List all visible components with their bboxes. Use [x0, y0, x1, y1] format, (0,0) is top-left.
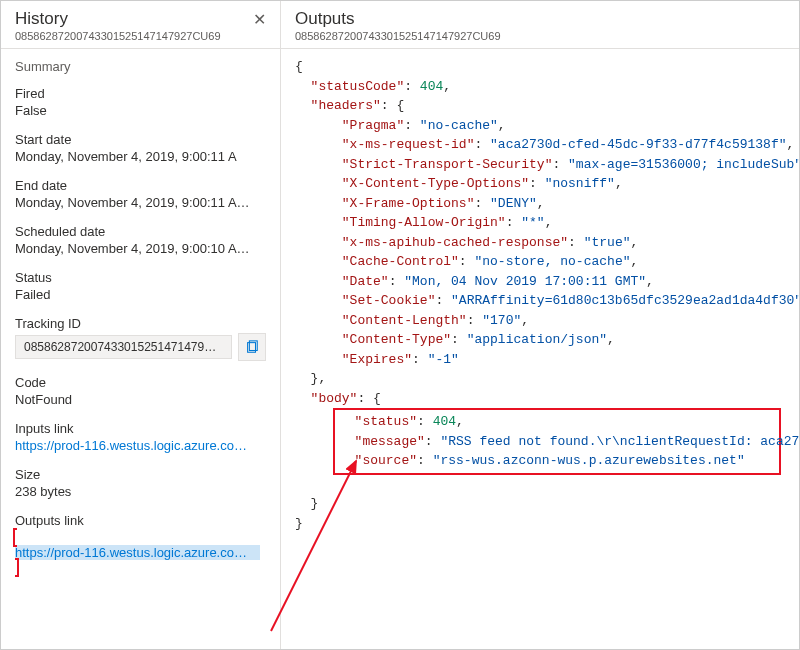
outputs-header: Outputs 08586287200743301525147147927CU6… [281, 1, 799, 49]
size-value: 238 bytes [15, 484, 266, 499]
outputs-link-highlight: https://prod-116.westus.logic.azure.co… [13, 528, 266, 577]
history-run-id: 08586287200743301525147147927CU69 [15, 30, 266, 42]
status-label: Status [15, 270, 266, 285]
status-value: Failed [15, 287, 266, 302]
summary-heading: Summary [15, 59, 266, 74]
copy-button[interactable] [238, 333, 266, 361]
fired-value: False [15, 103, 266, 118]
end-date-label: End date [15, 178, 266, 193]
end-date-value: Monday, November 4, 2019, 9:00:11 A… [15, 195, 266, 210]
scheduled-date-value: Monday, November 4, 2019, 9:00:10 A… [15, 241, 266, 256]
history-header: History ✕ 08586287200743301525147147927C… [1, 1, 280, 49]
history-pane: History ✕ 08586287200743301525147147927C… [1, 1, 281, 649]
code-value: NotFound [15, 392, 266, 407]
tracking-id-label: Tracking ID [15, 316, 266, 331]
inputs-link-label: Inputs link [15, 421, 266, 436]
start-date-value: Monday, November 4, 2019, 9:00:11 A [15, 149, 266, 164]
outputs-run-id: 08586287200743301525147147927CU69 [295, 30, 785, 42]
scheduled-date-label: Scheduled date [15, 224, 266, 239]
outputs-title: Outputs [295, 9, 785, 29]
outputs-link-label: Outputs link [15, 513, 266, 528]
copy-icon [245, 340, 259, 354]
fired-label: Fired [15, 86, 266, 101]
size-label: Size [15, 467, 266, 482]
start-date-label: Start date [15, 132, 266, 147]
outputs-link[interactable]: https://prod-116.westus.logic.azure.co… [15, 545, 260, 560]
outputs-json-viewer[interactable]: { "statusCode": 404, "headers": { "Pragm… [281, 49, 799, 649]
code-label: Code [15, 375, 266, 390]
history-title: History [15, 9, 68, 29]
close-icon[interactable]: ✕ [253, 10, 266, 29]
tracking-id-value: 085862872007433015251471479… [15, 335, 232, 359]
body-highlight: "status": 404, "message": "RSS feed not … [333, 408, 781, 475]
inputs-link[interactable]: https://prod-116.westus.logic.azure.co… [15, 438, 260, 453]
outputs-pane: Outputs 08586287200743301525147147927CU6… [281, 1, 799, 649]
